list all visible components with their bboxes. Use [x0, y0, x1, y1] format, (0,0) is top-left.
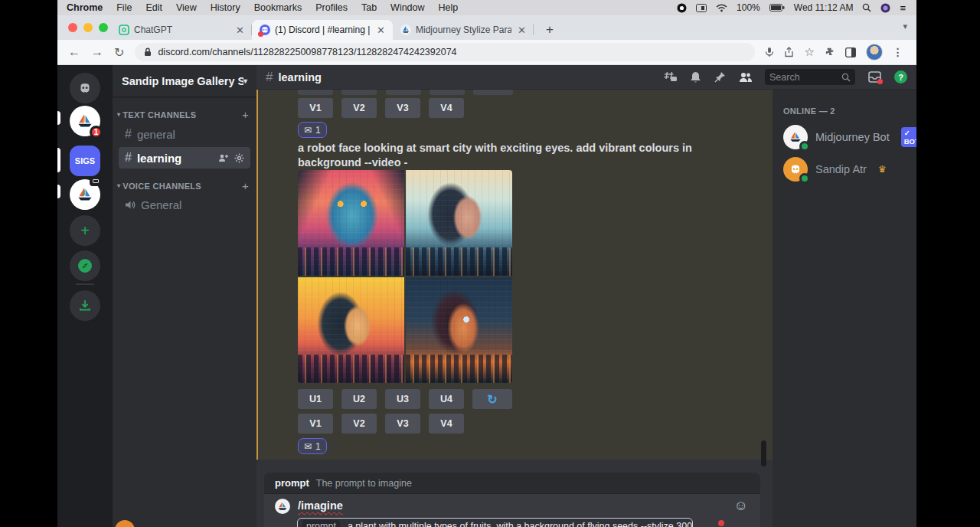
menu-app-name[interactable]: Chrome: [67, 2, 103, 13]
menu-edit[interactable]: Edit: [145, 2, 162, 13]
minimize-window-button[interactable]: [83, 23, 93, 32]
envelope-reaction[interactable]: ✉ 1: [298, 438, 327, 454]
menu-bookmarks[interactable]: Bookmarks: [254, 2, 302, 13]
imagine-command[interactable]: /imagine: [298, 499, 343, 512]
menu-window[interactable]: Window: [390, 2, 424, 13]
new-tab-button[interactable]: +: [541, 22, 558, 40]
member-list-icon[interactable]: [739, 72, 753, 83]
close-window-button[interactable]: [68, 23, 77, 32]
extensions-puzzle-icon[interactable]: [825, 47, 835, 57]
help-icon[interactable]: ?: [894, 70, 907, 83]
bookmark-star-icon[interactable]: ☆: [804, 45, 814, 59]
close-tab-icon[interactable]: ✕: [375, 25, 387, 36]
v3-button[interactable]: V3: [385, 414, 420, 434]
menu-help[interactable]: Help: [439, 2, 459, 13]
tab-midjourney[interactable]: Midjourney Stylize Parameter ✕: [393, 20, 534, 40]
window-icon[interactable]: [696, 4, 707, 12]
spotlight-search-icon[interactable]: [862, 3, 871, 12]
discord-home-button[interactable]: [70, 73, 100, 103]
url-bar[interactable]: discord.com/channels/1128282250098778123…: [135, 43, 755, 61]
lock-icon[interactable]: [144, 47, 152, 57]
envelope-reaction[interactable]: ✉ 1: [298, 122, 327, 138]
mic-icon[interactable]: [765, 47, 774, 57]
menu-profiles[interactable]: Profiles: [315, 2, 348, 13]
v4-button[interactable]: V4: [429, 98, 464, 118]
reload-button[interactable]: ↻: [114, 45, 124, 60]
search-box[interactable]: [765, 69, 855, 85]
menu-history[interactable]: History: [211, 2, 240, 13]
tab-chatgpt[interactable]: ChatGPT ✕: [111, 20, 252, 40]
member-row-midjourney-bot[interactable]: Midjourney Bot ✓ BOT: [782, 122, 910, 152]
menubar-clock[interactable]: Wed 11:12 AM: [794, 2, 854, 13]
grid-image-4[interactable]: [406, 277, 512, 383]
cut-button-sliver[interactable]: [473, 90, 513, 95]
pinned-messages-icon[interactable]: [714, 71, 726, 83]
voice-channel-general[interactable]: General: [119, 195, 250, 215]
emoji-picker-icon[interactable]: ☺: [734, 498, 748, 514]
notifications-bell-icon[interactable]: [690, 71, 701, 83]
inbox-icon[interactable]: [868, 71, 881, 83]
forward-button[interactable]: →: [91, 45, 103, 59]
voice-channels-section[interactable]: ▾ VOICE CHANNELS +: [113, 179, 256, 192]
menu-tab[interactable]: Tab: [361, 2, 377, 13]
v1-button[interactable]: V1: [298, 98, 333, 118]
menu-view[interactable]: View: [176, 2, 197, 13]
user-panel-avatar[interactable]: [115, 520, 135, 527]
threads-icon[interactable]: [664, 71, 677, 83]
v4-button[interactable]: V4: [429, 414, 464, 434]
server-sailboat-2[interactable]: [70, 179, 100, 210]
cut-button-sliver[interactable]: [386, 90, 421, 95]
zoom-window-button[interactable]: [99, 23, 108, 32]
grid-image-2[interactable]: [406, 170, 512, 276]
v3-button[interactable]: V3: [385, 98, 420, 118]
channel-learning[interactable]: # learning: [119, 147, 250, 169]
menu-list-icon[interactable]: ≡: [900, 2, 906, 14]
create-channel-icon[interactable]: +: [242, 179, 249, 192]
prompt-input-field[interactable]: prompt a plant with multiple types of fr…: [297, 518, 693, 527]
chat-scrollbar[interactable]: [761, 440, 766, 466]
chrome-menu-dots-icon[interactable]: ⋮: [893, 46, 903, 58]
tab-discord[interactable]: (1) Discord | #learning | Sandi ✕: [252, 20, 393, 40]
v2-button[interactable]: V2: [341, 414, 377, 434]
tab-label: ChatGPT: [134, 25, 230, 35]
tab-search-chevron-icon[interactable]: ▾: [903, 21, 907, 31]
text-channels-section[interactable]: ▾ TEXT CHANNELS +: [113, 108, 256, 121]
search-input[interactable]: [769, 72, 841, 83]
explore-servers-button[interactable]: [70, 250, 100, 281]
u2-button[interactable]: U2: [341, 389, 377, 409]
u4-button[interactable]: U4: [429, 389, 464, 409]
v2-button[interactable]: V2: [341, 98, 377, 118]
channel-settings-gear-icon[interactable]: [234, 153, 244, 163]
cut-button-sliver[interactable]: [341, 90, 377, 95]
share-icon[interactable]: [784, 47, 794, 57]
grid-image-3[interactable]: [298, 277, 404, 383]
message-composer[interactable]: /imagine ☺ prompt a plant with multiple …: [264, 494, 760, 527]
midjourney-image-grid[interactable]: [298, 170, 512, 383]
invite-people-icon[interactable]: [218, 153, 229, 162]
server-sailboat-1[interactable]: 1: [70, 106, 100, 136]
download-apps-button[interactable]: [70, 290, 100, 321]
menu-file[interactable]: File: [116, 2, 132, 13]
side-panel-icon[interactable]: [845, 47, 856, 57]
create-channel-icon[interactable]: +: [242, 108, 249, 121]
reroll-button[interactable]: ↻: [472, 389, 512, 409]
profile-avatar[interactable]: [866, 44, 883, 61]
grid-image-1[interactable]: [298, 170, 404, 276]
u1-button[interactable]: U1: [298, 389, 333, 409]
command-autocomplete-popup[interactable]: prompt The prompt to imagine: [264, 473, 760, 494]
close-tab-icon[interactable]: ✕: [234, 25, 246, 36]
server-header[interactable]: Sandip Image Gallery Se... ▾: [113, 65, 256, 97]
control-center-icon[interactable]: [880, 3, 890, 13]
add-server-button[interactable]: +: [70, 215, 100, 246]
member-row-sandip-atr[interactable]: Sandip Atr ♛: [782, 154, 910, 185]
cut-button-sliver[interactable]: [430, 90, 465, 95]
cut-button-sliver[interactable]: [298, 90, 333, 95]
u3-button[interactable]: U3: [385, 389, 420, 409]
close-tab-icon[interactable]: ✕: [516, 25, 528, 36]
record-icon[interactable]: [677, 3, 687, 13]
server-sigs[interactable]: SIGS: [70, 146, 100, 176]
v1-button[interactable]: V1: [298, 414, 333, 434]
back-button[interactable]: ←: [68, 45, 80, 59]
channel-general[interactable]: # general: [119, 123, 250, 145]
wifi-icon[interactable]: [716, 4, 727, 12]
